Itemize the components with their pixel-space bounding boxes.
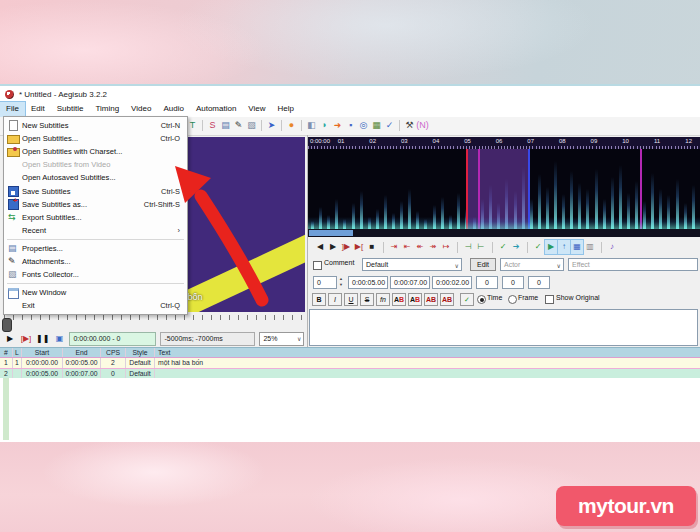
karaoke-mode-icon[interactable]: ♪ (606, 240, 618, 254)
format-fn-button[interactable]: fn (376, 293, 390, 306)
audio-scrollbar[interactable] (308, 229, 700, 237)
subtitle-text-editor[interactable] (309, 309, 698, 346)
menu-item-open-subtitles[interactable]: Open Subtitles...Ctrl-O (4, 132, 187, 145)
grid-header-start[interactable]: Start (22, 348, 63, 357)
menu-item-open-autosaved-subtitles[interactable]: Open Autosaved Subtitles... (4, 171, 187, 184)
duration-field[interactable]: 0:00:02.00 (432, 276, 472, 289)
menu-audio[interactable]: Audio (157, 102, 189, 117)
play-selection-start-icon[interactable]: ⊣ (462, 240, 474, 254)
menu-view[interactable]: View (242, 102, 271, 117)
menu-automation[interactable]: Automation (190, 102, 242, 117)
time-radio[interactable] (477, 295, 486, 304)
shift-end-back-icon[interactable]: ↞ (414, 240, 426, 254)
menu-item-attachments[interactable]: Attachments... (4, 255, 187, 268)
menu-item-exit[interactable]: ExitCtrl-Q (4, 299, 187, 312)
video-zoom-dropdown[interactable]: 25% (259, 332, 304, 346)
menu-item-save-subtitles-as[interactable]: Save Subtitles as...Ctrl-Shift-S (4, 198, 187, 211)
menu-help[interactable]: Help (272, 102, 300, 117)
menu-item-new-subtitles[interactable]: New SubtitlesCtrl-N (4, 119, 187, 132)
play-before-icon[interactable]: ]▶ (340, 240, 352, 254)
color-button-2[interactable]: AB (408, 293, 422, 306)
shift-start-back-icon[interactable]: ⇥ (388, 240, 400, 254)
grid-header-style[interactable]: Style (126, 348, 155, 357)
menu-subtitle[interactable]: Subtitle (51, 102, 90, 117)
video-play-button[interactable]: ▶ (4, 332, 16, 345)
grid-header-end[interactable]: End (63, 348, 101, 357)
auto-scroll-icon[interactable]: ↑ (558, 240, 570, 254)
video-seek-slider[interactable] (0, 314, 306, 329)
grid-header-text[interactable]: Text (155, 348, 700, 357)
grid-header-cps[interactable]: CPS (101, 348, 126, 357)
format-u-button[interactable]: U (344, 293, 358, 306)
layer-spinner[interactable]: ▲▼ (338, 276, 344, 289)
menu-timing[interactable]: Timing (89, 102, 125, 117)
menu-item-save-subtitles[interactable]: Save SubtitlesCtrl-S (4, 184, 187, 197)
video-play-line-button[interactable]: [▶] (20, 332, 32, 345)
commit-icon[interactable]: ✓ (497, 240, 509, 254)
options-icon[interactable]: ● (285, 118, 298, 133)
style-dropdown[interactable]: Default (362, 258, 462, 271)
video-autoscroll-button[interactable]: ▣ (53, 332, 65, 345)
edit-style-button[interactable]: Edit (470, 258, 496, 271)
format-b-button[interactable]: B (312, 293, 326, 306)
effect-field[interactable]: Effect (568, 258, 698, 271)
stop-icon[interactable]: ■ (366, 240, 378, 254)
spectrum-mode-icon[interactable]: ▦ (571, 240, 583, 254)
comment-checkbox[interactable] (313, 261, 322, 270)
color-button-3[interactable]: AB (424, 293, 438, 306)
menu-item-new-window[interactable]: New Window (4, 286, 187, 299)
show-original-checkbox[interactable] (545, 295, 554, 304)
color-button-1[interactable]: AB (392, 293, 406, 306)
kanji-timer-icon[interactable]: ▦ (370, 118, 383, 133)
scroll-right-icon[interactable]: ▶ (327, 240, 339, 254)
layer-field[interactable]: 0 (313, 276, 337, 289)
spell-checker-icon[interactable]: ✓ (383, 118, 396, 133)
automation-icon[interactable]: ➤ (265, 118, 278, 133)
play-after-icon[interactable]: ▶[ (353, 240, 365, 254)
shift-times-icon[interactable]: ◗ (318, 118, 331, 133)
menu-item-recent[interactable]: Recent› (4, 224, 187, 237)
jump-to-icon[interactable]: ◧ (305, 118, 318, 133)
margin-field-2[interactable]: 0 (528, 276, 550, 289)
grid-header-[interactable]: # (0, 348, 13, 357)
color-button-4[interactable]: AB (440, 293, 454, 306)
table-row[interactable]: 110:00:00.000:00:05.002Defaultmột hai ba… (0, 358, 700, 369)
audio-scrollbar-thumb[interactable] (309, 230, 353, 236)
waveform-mode-icon[interactable]: ▥ (584, 240, 596, 254)
shift-end-fwd-icon[interactable]: ↠ (427, 240, 439, 254)
format-s-button[interactable]: S (360, 293, 374, 306)
play-to-end-icon[interactable]: ↦ (440, 240, 452, 254)
actor-dropdown[interactable]: Actor (500, 258, 564, 271)
menu-video[interactable]: Video (125, 102, 157, 117)
attachments-icon[interactable]: ✎ (232, 118, 245, 133)
menu-item-properties[interactable]: Properties... (4, 242, 187, 255)
start-time-field[interactable]: 0:00:05.00 (348, 276, 388, 289)
menu-file[interactable]: File (0, 102, 25, 117)
selection-start-marker[interactable] (466, 149, 468, 229)
play-selection-end-icon[interactable]: ⊢ (475, 240, 487, 254)
auto-next-icon[interactable]: ▶ (545, 240, 557, 254)
margin-field-1[interactable]: 0 (502, 276, 524, 289)
seek-slider-knob[interactable] (2, 318, 12, 332)
selection-end-marker[interactable] (528, 149, 530, 229)
automation-macros-icon[interactable]: ⚒ (403, 118, 416, 133)
properties-icon[interactable]: ▤ (219, 118, 232, 133)
menu-edit[interactable]: Edit (25, 102, 51, 117)
end-time-field[interactable]: 0:00:07.00 (390, 276, 430, 289)
format-i-button[interactable]: I (328, 293, 342, 306)
select-lines-icon[interactable]: ➜ (331, 118, 344, 133)
audio-selection-region[interactable] (468, 149, 528, 229)
fonts-collector-icon[interactable]: ▧ (245, 118, 258, 133)
scroll-left-icon[interactable]: ◀ (314, 240, 326, 254)
timing-postprocessor-icon[interactable]: ◎ (357, 118, 370, 133)
menu-item-open-subtitles-with-charset[interactable]: Open Subtitles with Charset... (4, 145, 187, 158)
resample-resolution-icon[interactable]: ▪ (344, 118, 357, 133)
styles-manager-icon[interactable]: S (206, 118, 219, 133)
menu-item-fonts-collector[interactable]: Fonts Collector... (4, 268, 187, 281)
shift-start-fwd-icon[interactable]: ⇤ (401, 240, 413, 254)
go-to-selection-icon[interactable]: ➔ (510, 240, 522, 254)
video-pause-button[interactable]: ❚❚ (36, 332, 49, 345)
auto-commit-icon[interactable]: ✓ (532, 240, 544, 254)
audio-spectrogram[interactable] (308, 149, 700, 229)
commit-button[interactable]: ✓ (460, 293, 474, 306)
